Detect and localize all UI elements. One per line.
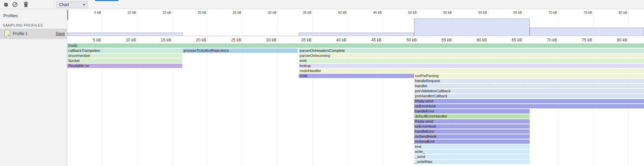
profiles-sidebar: Profiles SAMPLING PROFILES % Profile 1 S…	[0, 9, 67, 166]
ruler-tick-label: 55 kB	[425, 38, 452, 42]
overview-tick-label: 25 kB	[218, 11, 241, 14]
flame-bar[interactable]: onconnection	[67, 54, 182, 58]
ruler-tick-label: 35 kB	[285, 38, 311, 42]
chevron-down-icon	[83, 4, 85, 6]
flame-bar[interactable]: parserOnIncoming	[299, 54, 644, 58]
flame-bar[interactable]: Reply.send	[414, 99, 644, 103]
flame-bar[interactable]: handleRequest	[414, 79, 644, 83]
ruler-tick-label: 5 kB	[74, 38, 101, 42]
flame-bar[interactable]: handleError	[414, 109, 530, 113]
flame-bar[interactable]: onSendEnd	[414, 139, 530, 144]
overview-tick-label: 60 kB	[463, 11, 487, 14]
flame-bar[interactable]: _send	[414, 155, 530, 159]
overview-step	[530, 28, 644, 36]
overview-drag-handle[interactable]	[67, 10, 68, 20]
ruler-tick-label: 65 kB	[495, 38, 522, 42]
flame-bar[interactable]: handleError	[414, 129, 530, 134]
overview-tick-label: 55 kB	[428, 11, 452, 14]
flame-bar[interactable]: emit	[299, 59, 644, 63]
ruler-tick-label: 30 kB	[250, 38, 276, 42]
flame-bar[interactable]: parserOnHeadersComplete	[299, 48, 644, 53]
flame-bar[interactable]: Socket	[67, 59, 182, 63]
flame-bar[interactable]: onSendHook	[414, 134, 530, 139]
ruler-tick-label: 10 kB	[109, 38, 136, 42]
ruler-tick-label: 40 kB	[320, 38, 347, 42]
flame-bar[interactable]: Reply.send	[414, 119, 530, 124]
overview-tick-label: 70 kB	[533, 11, 557, 14]
overview-tick-label: 75 kB	[569, 11, 592, 14]
flame-graph: (root)callbackTrampolineprocessTicksAndR…	[67, 43, 644, 166]
flame-bar[interactable]: end	[414, 144, 530, 149]
overview-step	[414, 19, 530, 36]
ruler-tick-label: 80 kB	[600, 38, 627, 42]
overview-tick-label: 45 kB	[358, 11, 382, 14]
overview-tick-label: 15 kB	[148, 11, 171, 14]
view-mode-label: Chart	[59, 2, 69, 7]
clear-icon[interactable]	[12, 2, 17, 7]
flame-bar[interactable]: routeHandler	[299, 69, 644, 73]
overview-tick-label: 35 kB	[288, 11, 311, 14]
flame-bar[interactable]: runPreParsing	[414, 74, 644, 78]
flame-bar[interactable]: defaultErrorHandler	[414, 114, 530, 119]
sampling-profiles-section-label: SAMPLING PROFILES	[3, 23, 43, 27]
overview-step	[67, 33, 183, 36]
overview-tick-label: 30 kB	[253, 11, 276, 14]
flame-bar[interactable]: (root)	[67, 43, 644, 48]
profile-name: Profile 1	[13, 31, 28, 36]
ruler-tick-label: 75 kB	[565, 38, 592, 42]
overview-tick-label: 5 kB	[77, 11, 101, 14]
flame-bar[interactable]: write_	[414, 150, 530, 154]
flame-bar[interactable]: callbackTrampoline	[67, 48, 183, 53]
ruler-tick-label: 15 kB	[144, 38, 171, 42]
flame-bar[interactable]: lookup	[299, 64, 644, 68]
overview-tick-label: 20 kB	[183, 11, 206, 14]
ruler-tick-label: 25 kB	[215, 38, 241, 42]
profile-grid-icon: %	[4, 30, 10, 37]
overview-tick-label: 10 kB	[113, 11, 136, 14]
ruler-tick-label: 45 kB	[355, 38, 382, 42]
profiler-panel: Chart Profiles SAMPLING PROFILES % Profi…	[0, 0, 644, 166]
flame-bar[interactable]: _writeRaw	[414, 160, 530, 164]
flame-bar[interactable]: child	[299, 74, 414, 78]
overview-tick-label: 80 kB	[604, 11, 627, 14]
ruler-tick-label: 60 kB	[460, 38, 487, 42]
ruler-tick-label: 20 kB	[179, 38, 206, 42]
flame-bar[interactable]: Readable.on	[67, 64, 182, 68]
flame-bar[interactable]: onErrorHook	[414, 104, 644, 108]
overview-tick-label: 40 kB	[323, 11, 347, 14]
flame-bar[interactable]: preHandlerCallback	[414, 94, 644, 98]
memory-overview[interactable]: 5 kB10 kB15 kB20 kB25 kB30 kB35 kB40 kB4…	[67, 9, 644, 36]
ruler-tick-label: 70 kB	[530, 38, 557, 42]
flame-bar[interactable]: preValidationCallback	[414, 89, 644, 93]
flame-chart-pane: 5 kB10 kB15 kB20 kB25 kB30 kB35 kB40 kB4…	[67, 9, 644, 166]
flame-bar[interactable]: onErrorHook	[414, 124, 530, 129]
trash-icon[interactable]	[23, 2, 29, 7]
flame-bar[interactable]: processTicksAndRejections	[183, 48, 298, 53]
sidebar-title: Profiles	[3, 13, 18, 18]
toolbar-separator	[20, 2, 20, 7]
profile-list-item[interactable]: % Profile 1 Save	[0, 29, 67, 39]
overview-tick-label: 65 kB	[498, 11, 522, 14]
overview-tick-label: 50 kB	[393, 11, 417, 14]
active-tab-indicator	[95, 0, 118, 1]
size-ruler: 5 kB10 kB15 kB20 kB25 kB30 kB35 kB40 kB4…	[67, 36, 644, 43]
overview-step	[299, 33, 414, 36]
save-link[interactable]: Save	[56, 31, 65, 36]
flame-bar[interactable]: handler	[414, 84, 644, 88]
ruler-tick-label: 50 kB	[390, 38, 417, 42]
toolbar: Chart	[0, 0, 644, 9]
view-mode-dropdown[interactable]: Chart	[56, 1, 88, 8]
record-icon[interactable]	[4, 3, 8, 7]
toolbar-divider	[54, 0, 54, 9]
